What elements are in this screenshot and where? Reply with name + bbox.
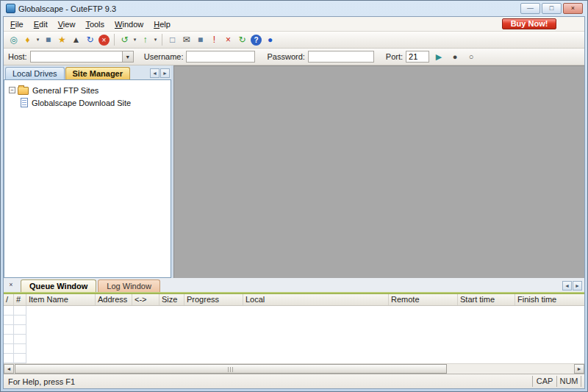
tab-local-drives[interactable]: Local Drives <box>5 67 65 79</box>
app-icon <box>6 4 15 13</box>
cancel-icon[interactable]: × <box>98 35 110 46</box>
print-icon[interactable]: ■ <box>193 33 207 46</box>
tab-site-manager[interactable]: Site Manager <box>65 67 130 79</box>
left-tab-scroll-arrows: ◄ ► <box>150 68 170 79</box>
col-address[interactable]: Address <box>96 294 132 305</box>
queue-grid-row <box>4 316 26 325</box>
queue-grid-row <box>4 344 26 354</box>
col-start-time[interactable]: Start time <box>458 294 515 305</box>
connection-wizard-icon[interactable]: ◎ <box>7 33 21 46</box>
anonymous-login-button[interactable]: ● <box>448 51 462 63</box>
menu-bar: File Edit View Tools Window Help Buy Now… <box>4 17 584 32</box>
left-panel-tabstrip: Local Drives Site Manager ◄ ► <box>4 65 171 79</box>
toolbar-separator <box>162 34 162 46</box>
col-finish-time[interactable]: Finish time <box>515 294 584 305</box>
back-icon[interactable]: ↺ <box>118 33 132 46</box>
site-icon <box>21 98 28 107</box>
host-label: Host: <box>8 52 27 61</box>
help-icon[interactable]: ? <box>251 35 262 46</box>
host-input[interactable] <box>30 51 123 63</box>
menu-edit[interactable]: Edit <box>29 18 53 30</box>
close-pane-icon[interactable]: × <box>7 281 15 290</box>
folder-icon <box>18 87 29 95</box>
col-check[interactable]: / <box>4 294 14 305</box>
up-icon[interactable]: ↑ <box>138 33 152 46</box>
queue-grid-row <box>4 354 26 363</box>
site-tree: − General FTP Sites Globalscape Download… <box>4 79 171 278</box>
col-direction[interactable]: <-> <box>132 294 159 305</box>
menu-file[interactable]: File <box>5 18 29 30</box>
minimize-button[interactable]: — <box>520 3 540 14</box>
window-title: Globalscape - CuteFTP 9.3 <box>18 4 519 13</box>
tree-item-globalscape-download-site[interactable]: Globalscape Download Site <box>21 96 169 109</box>
pane-tab-scroll-arrows: ◄ ► <box>562 281 582 292</box>
scroll-right-arrow-icon[interactable]: ► <box>574 364 584 374</box>
tree-expander-icon[interactable]: − <box>9 87 15 93</box>
menu-window[interactable]: Window <box>110 18 148 30</box>
mdi-workspace <box>173 65 584 278</box>
client-area: File Edit View Tools Window Help Buy Now… <box>3 16 585 389</box>
tab-log-window[interactable]: Log Window <box>98 279 160 292</box>
port-input[interactable] <box>406 51 429 63</box>
back-dropdown-icon[interactable]: ▾ <box>132 33 138 46</box>
username-input[interactable] <box>186 51 255 63</box>
up-dropdown-icon[interactable]: ▾ <box>152 33 159 46</box>
menu-tools[interactable]: Tools <box>80 18 110 30</box>
scroll-left-arrow-icon[interactable]: ◄ <box>4 364 14 374</box>
buy-now-button[interactable]: Buy Now! <box>502 18 556 29</box>
maximize-button[interactable]: □ <box>542 3 562 14</box>
host-dropdown-button[interactable]: ▼ <box>123 51 134 63</box>
status-message: For Help, press F1 <box>4 377 532 386</box>
toolbar-separator <box>114 34 115 46</box>
app-window: Globalscape - CuteFTP 9.3 — □ × File Edi… <box>0 0 588 392</box>
tree-item-general-ftp-sites[interactable]: − General FTP Sites <box>6 84 169 96</box>
tab-queue-window[interactable]: Queue Window <box>21 279 96 292</box>
transfer-icon[interactable]: ↻ <box>83 33 97 46</box>
password-input[interactable] <box>308 51 374 63</box>
col-size[interactable]: Size <box>159 294 184 305</box>
scrollbar-thumb[interactable] <box>15 364 447 374</box>
connection-wizard-button[interactable]: ○ <box>465 51 478 63</box>
globe-icon[interactable]: ● <box>263 33 277 46</box>
new-document-icon[interactable]: □ <box>165 33 179 46</box>
pane-scroll-right-icon[interactable]: ► <box>573 281 582 291</box>
site-manager-icon[interactable]: ♦ <box>21 33 35 46</box>
pane-scroll-left-icon[interactable]: ◄ <box>562 281 572 291</box>
col-item-name[interactable]: Item Name <box>26 294 96 305</box>
close-button[interactable]: × <box>563 3 583 14</box>
port-label: Port: <box>386 52 403 61</box>
connect-plug-button[interactable]: ▶ <box>432 51 445 63</box>
queue-grid-row <box>4 335 26 344</box>
bottom-pane: × Queue Window Log Window ◄ ► / # Item N… <box>4 278 584 374</box>
col-progress[interactable]: Progress <box>184 294 243 305</box>
col-number[interactable]: # <box>14 294 26 305</box>
delete-icon[interactable]: × <box>221 33 235 46</box>
queue-grid-row <box>4 325 26 335</box>
queue-header-row: / # Item Name Address <-> Size Progress … <box>4 294 584 306</box>
col-remote[interactable]: Remote <box>389 294 458 305</box>
alert-icon[interactable]: ! <box>207 33 221 46</box>
queue-list[interactable] <box>4 306 584 363</box>
connect-icon[interactable]: ■ <box>41 33 55 46</box>
col-local[interactable]: Local <box>243 294 389 305</box>
tree-item-label[interactable]: Globalscape Download Site <box>32 99 131 107</box>
bottom-pane-tabstrip: × Queue Window Log Window ◄ ► <box>4 278 584 292</box>
tab-scroll-left-icon[interactable]: ◄ <box>150 68 159 78</box>
status-bar-end <box>581 376 584 387</box>
horizontal-scrollbar[interactable]: ◄ ► <box>4 363 584 374</box>
quick-connect-icon[interactable]: ★ <box>55 33 69 46</box>
mail-icon[interactable]: ✉ <box>179 33 193 46</box>
status-bar: For Help, press F1 CAP NUM <box>4 374 584 388</box>
tree-item-label[interactable]: General FTP Sites <box>32 86 98 95</box>
disconnect-icon[interactable]: ▲ <box>69 33 83 46</box>
menu-view[interactable]: View <box>53 18 81 30</box>
num-lock-indicator: NUM <box>556 376 581 387</box>
main-toolbar: ◎ ♦ ▾ ■ ★ ▲ ↻ × ↺ ▾ ↑ ▾ □ ✉ ■ ! × ↻ ? ● <box>4 32 584 49</box>
left-panel: Local Drives Site Manager ◄ ► − General … <box>4 65 171 278</box>
site-manager-dropdown-icon[interactable]: ▾ <box>35 33 41 46</box>
menu-help[interactable]: Help <box>148 18 176 30</box>
caps-lock-indicator: CAP <box>532 376 556 387</box>
host-combobox: ▼ <box>30 51 134 63</box>
refresh-icon[interactable]: ↻ <box>235 33 249 46</box>
tab-scroll-right-icon[interactable]: ► <box>160 68 170 78</box>
